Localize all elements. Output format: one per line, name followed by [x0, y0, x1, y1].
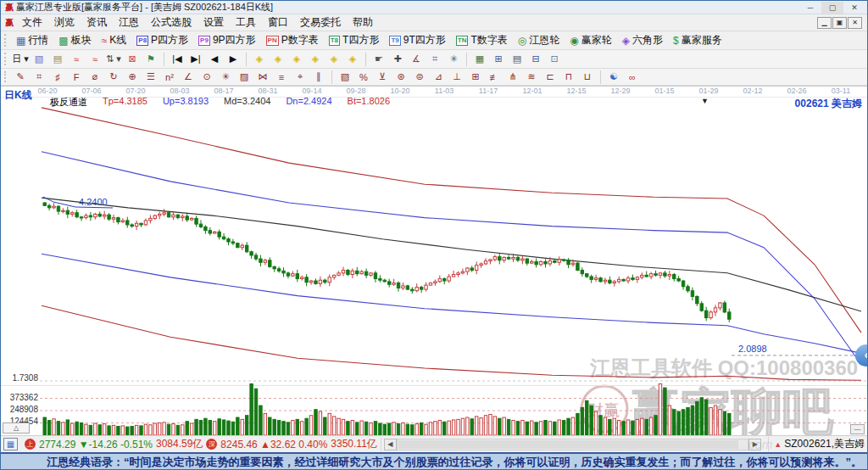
maximize-button[interactable]: ▢	[821, 2, 843, 14]
nine-t-square-button[interactable]: T99T四方形	[384, 32, 450, 49]
circle-slash-icon[interactable]: ⌀	[86, 70, 103, 84]
quotes-button[interactable]: ▦行情	[11, 32, 53, 49]
ruler-tool-icon[interactable]: ⊏	[542, 70, 559, 84]
angle-tool-button[interactable]: ∡	[408, 52, 425, 67]
prev-bar-button[interactable]: ◀	[206, 52, 223, 67]
hatch2-icon[interactable]: ▧	[337, 70, 353, 84]
menu-item-window[interactable]: 窗口	[262, 14, 294, 31]
menu-item-browse[interactable]: 浏览	[48, 14, 81, 31]
asterisk-icon[interactable]: ✳	[217, 70, 234, 84]
shenzhen-index-quote[interactable]: 8245.46 ▲32.62 0.40%	[220, 439, 327, 450]
scroll-left-button[interactable]: ◀	[384, 439, 397, 450]
shanghai-index-amount[interactable]: 3084.59亿	[156, 437, 203, 451]
star-circle-icon[interactable]: ⊛	[392, 70, 409, 84]
winner-service-button[interactable]: $赢家服务	[668, 32, 727, 49]
gann-diamond-3-icon[interactable]: ◈	[288, 52, 305, 67]
kline-button[interactable]: ≈K线	[97, 32, 132, 49]
mdi-close-button[interactable]: ✕	[848, 17, 862, 29]
gann-circle-icon[interactable]: ⊕	[124, 70, 141, 84]
period-day-dropdown[interactable]: 日 ▾	[12, 52, 29, 67]
shenzhen-index-amount[interactable]: 3350.11亿	[331, 437, 377, 451]
bowtie-icon[interactable]: ⋈	[254, 70, 271, 84]
toolbar-handle[interactable]	[4, 53, 8, 65]
menu-item-news[interactable]: 资讯	[81, 14, 113, 31]
p-square-button[interactable]: P8P四方形	[131, 32, 193, 49]
minimize-button[interactable]: ─	[799, 2, 821, 14]
hexagon-button[interactable]: ◈六角形	[617, 32, 668, 49]
perp-tool-icon[interactable]: ⊥	[448, 70, 465, 84]
infinity-icon[interactable]: ∞	[624, 70, 641, 84]
kline-zigzag2-icon[interactable]: ≈	[86, 52, 103, 67]
close-button[interactable]: ✕	[843, 2, 865, 14]
sharp-tool-icon[interactable]: ♯	[49, 70, 66, 84]
kline-chart[interactable]: 江恩工具软件 QQ:100800360赢家聊吧财赢2.08984.2400▼	[1, 87, 868, 436]
calculator-button[interactable]: ⊞	[490, 52, 507, 67]
xor-tool-icon[interactable]: ⊻	[374, 70, 391, 84]
parallel-icon[interactable]: ∥	[310, 70, 327, 84]
p-number-table-button[interactable]: PNP数字表	[261, 32, 324, 49]
lines-tool-icon[interactable]: ☰	[142, 70, 159, 84]
equal-circle-icon[interactable]: ⊜	[411, 70, 428, 84]
quote-grid-button[interactable]: ▦	[3, 438, 18, 450]
scroll-right-button[interactable]: ▶	[748, 439, 761, 450]
shanghai-index-quote[interactable]: 2774.29 ▼-14.26 -0.51%	[39, 439, 153, 450]
first-bar-button[interactable]: |◀	[169, 52, 186, 67]
percent-tool-icon[interactable]: %	[355, 70, 372, 84]
export-button[interactable]: ⊡	[546, 52, 563, 67]
crosshair-button[interactable]: ✚	[389, 52, 406, 67]
shade-box-icon[interactable]: ▨	[236, 70, 253, 84]
toolbar-handle[interactable]	[4, 34, 8, 47]
last-bar-button[interactable]: ▶|	[187, 52, 204, 67]
n2-tool-icon[interactable]: n²	[161, 70, 178, 84]
save-disk-button[interactable]: ⊟	[527, 52, 544, 67]
merge-tool-icon[interactable]: ⊔	[579, 70, 596, 84]
gann-diamond-1-icon[interactable]: ◈	[251, 52, 268, 67]
menu-item-settings[interactable]: 设置	[198, 14, 230, 31]
kline-zigzag-icon[interactable]: ≈	[68, 52, 85, 67]
box-plus-icon[interactable]: ⊞	[467, 70, 484, 84]
pen-tool-icon[interactable]: ✎	[12, 70, 29, 84]
wave-tool-icon[interactable]: ≋	[523, 70, 540, 84]
kx-box-icon[interactable]: ⊠	[124, 52, 141, 67]
menu-item-file[interactable]: 文件	[16, 14, 48, 31]
angle-icon[interactable]: ∠	[180, 70, 197, 84]
mdi-minimize-button[interactable]: ▁	[817, 17, 832, 29]
split-tool-icon[interactable]: ⊓	[560, 70, 577, 84]
f-tool-icon[interactable]: F	[68, 70, 85, 84]
tri-tool-icon[interactable]: ⊿	[430, 70, 447, 84]
toolbar-handle[interactable]	[4, 71, 8, 82]
hatch-tool-icon[interactable]: ⌗	[31, 70, 47, 84]
fan-tool-icon[interactable]: ⋔	[504, 70, 521, 84]
gann-diamond-5-icon[interactable]: ◈	[326, 52, 342, 67]
menu-item-tools[interactable]: 工具	[230, 14, 262, 31]
crosshair2-icon[interactable]: ⌖	[292, 70, 309, 84]
scrollbar-track[interactable]	[397, 439, 749, 450]
chart-style-icon[interactable]: ▧	[31, 52, 47, 67]
nine-p-square-button[interactable]: P99P四方形	[193, 32, 260, 49]
mdi-restore-button[interactable]: ▣	[832, 17, 847, 29]
gann-diamond-6-icon[interactable]: ◈	[344, 52, 361, 67]
menu-item-gann[interactable]: 江恩	[113, 14, 145, 31]
scrollbar-thumb[interactable]	[398, 440, 738, 449]
gann-diamond-4-icon[interactable]: ◈	[307, 52, 324, 67]
equal-lines-icon[interactable]: ≡	[273, 70, 290, 84]
grid-tool-button[interactable]: ⌗	[426, 52, 443, 67]
hand-tool-button[interactable]: ☛	[370, 52, 387, 67]
candle-type-dropdown[interactable]: ⇅ ▾	[105, 52, 122, 67]
t-square-button[interactable]: T8T四方形	[324, 32, 385, 49]
menu-item-help[interactable]: 帮助	[347, 14, 379, 31]
panel-icon[interactable]: ▤	[49, 52, 66, 67]
volume-pane-minimize-button[interactable]: —	[850, 424, 865, 434]
pane-expand-button[interactable]: △	[3, 422, 30, 434]
calendar-button[interactable]: ▦	[471, 52, 488, 67]
gann-wheel-button[interactable]: ◎江恩轮	[513, 32, 565, 49]
menu-item-formula-pick[interactable]: 公式选股	[145, 14, 198, 31]
settings-tool-button[interactable]: ✳	[445, 52, 462, 67]
winner-wheel-button[interactable]: ◉赢家轮	[565, 32, 616, 49]
taiji-icon[interactable]: ☯	[605, 70, 622, 84]
spiral-tool-icon[interactable]: ↻	[105, 70, 122, 84]
sectors-button[interactable]: ▩板块	[53, 32, 96, 49]
gann-diamond-2-icon[interactable]: ◈	[270, 52, 287, 67]
nequal-icon[interactable]: ≢	[486, 70, 503, 84]
flag-icon[interactable]: ⚑	[142, 52, 159, 67]
